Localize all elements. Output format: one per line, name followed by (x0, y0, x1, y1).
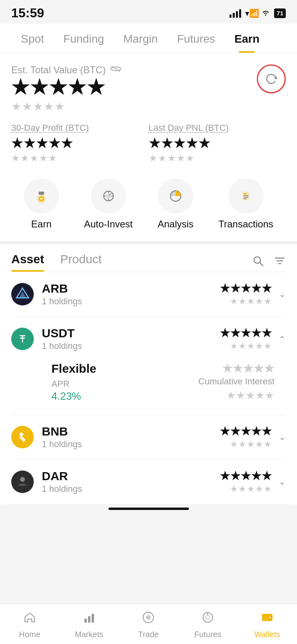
arb-value-secondary: ★★★★★ (220, 296, 272, 307)
tab-earn[interactable]: Earn (225, 24, 269, 53)
svg-point-23 (20, 477, 25, 482)
bnb-value-secondary: ★★★★★ (220, 439, 272, 450)
earn-icon (24, 178, 59, 214)
dar-icon (11, 471, 34, 493)
dar-symbol: DAR (42, 469, 82, 483)
usdt-values: ★★★★★ ★★★★★ (220, 326, 272, 351)
action-transactions[interactable]: Transactions (219, 178, 274, 230)
svg-line-14 (260, 262, 263, 266)
usdt-value-primary: ★★★★★ (220, 326, 272, 340)
flexible-main-value: ★★★★★ (198, 362, 274, 375)
wifi-icon: ▾📶 (245, 8, 270, 18)
nav-home[interactable]: Home (10, 611, 50, 639)
nav-trade-label: Trade (138, 630, 159, 639)
nav-futures-label: Futures (194, 630, 221, 639)
flexible-title: Flexible (51, 362, 96, 376)
profit-30day-secondary: ★★★★★ (11, 153, 149, 164)
asset-left-dar: DAR 1 holdings (11, 469, 82, 494)
est-value-label: Est. Total Value (BTC) (11, 64, 122, 76)
bnb-info: BNB 1 holdings (42, 425, 82, 450)
svg-rect-3 (39, 192, 44, 195)
tab-spot[interactable]: Spot (11, 24, 54, 53)
asset-row-bnb[interactable]: BNB 1 holdings ★★★★★ ★★★★★ ⌄ (11, 415, 286, 460)
profit-section: 30-Day Profit (BTC) ★★★★★ ★★★★★ Last Day… (11, 123, 286, 164)
action-earn[interactable]: Earn (24, 178, 59, 230)
home-bar (109, 508, 189, 510)
arb-icon (11, 283, 34, 305)
transactions-icon (228, 178, 264, 214)
svg-rect-25 (88, 616, 90, 623)
usdt-icon (11, 328, 34, 350)
dar-values: ★★★★★ ★★★★★ (220, 469, 272, 494)
svg-rect-24 (84, 619, 87, 623)
tab-futures[interactable]: Futures (167, 24, 225, 53)
svg-rect-10 (244, 195, 248, 196)
flexible-left: Flexible APR 4.23% (51, 362, 96, 402)
action-earn-label: Earn (31, 219, 52, 230)
action-analysis[interactable]: Analysis (158, 178, 193, 230)
tab-funding[interactable]: Funding (54, 24, 114, 53)
tab-product[interactable]: Product (60, 252, 102, 272)
profit-lastday-secondary: ★★★★★ (149, 153, 286, 164)
asset-tabs-section: Asset Product (0, 244, 297, 272)
asset-right-usdt: ★★★★★ ★★★★★ ⌄ (220, 326, 286, 351)
arb-holdings: 1 holdings (42, 296, 82, 307)
usdt-value-secondary: ★★★★★ (220, 341, 272, 351)
home-icon (23, 611, 37, 627)
hide-value-icon[interactable] (110, 65, 122, 75)
asset-tabs-row: Asset Product (11, 252, 286, 272)
nav-home-label: Home (19, 630, 40, 639)
bnb-icon (11, 426, 34, 448)
cum-interest-value: ★★★★★ (198, 389, 274, 402)
asset-right-arb: ★★★★★ ★★★★★ ⌄ (220, 282, 286, 307)
bottom-nav: Home Markets Trade Futures (0, 604, 297, 644)
asset-row-dar[interactable]: DAR 1 holdings ★★★★★ ★★★★★ ⌄ (11, 460, 286, 504)
est-value-section: Est. Total Value (BTC) ★★★★★ ★★★★★ (11, 64, 122, 113)
markets-icon (82, 611, 96, 627)
refresh-button[interactable] (257, 64, 286, 93)
profit-lastday-primary: ★★★★★ (149, 136, 286, 151)
status-icons: ▾📶 71 (229, 8, 286, 18)
profit-lastday-label: Last Day PNL (BTC) (149, 123, 286, 133)
action-transactions-label: Transactions (219, 219, 274, 230)
tab-margin[interactable]: Margin (114, 24, 168, 53)
usdt-expanded-row: Flexible APR 4.23% ★★★★★ Cumulative Inte… (11, 355, 286, 415)
arb-value-primary: ★★★★★ (220, 282, 272, 295)
action-auto-invest[interactable]: Auto-Invest (84, 178, 133, 230)
apr-value: 4.23% (51, 390, 96, 402)
nav-futures[interactable]: Futures (188, 611, 228, 639)
nav-markets-label: Markets (75, 630, 103, 639)
nav-wallets[interactable]: Wallets (247, 611, 287, 639)
profit-30day-col: 30-Day Profit (BTC) ★★★★★ ★★★★★ (11, 123, 149, 164)
bnb-chevron-icon: ⌄ (279, 432, 286, 442)
asset-right-bnb: ★★★★★ ★★★★★ ⌄ (220, 425, 286, 450)
action-buttons: Earn Auto-Invest (11, 178, 286, 233)
asset-left-bnb: BNB 1 holdings (11, 425, 82, 450)
tab-asset[interactable]: Asset (11, 252, 44, 272)
nav-markets[interactable]: Markets (69, 611, 109, 639)
svg-rect-22 (19, 436, 26, 442)
arb-values: ★★★★★ ★★★★★ (220, 282, 272, 307)
nav-trade[interactable]: Trade (128, 611, 168, 639)
asset-row-usdt[interactable]: USDT 1 holdings ★★★★★ ★★★★★ ⌄ (11, 317, 286, 355)
asset-row-arb[interactable]: ARB 1 holdings ★★★★★ ★★★★★ ⌄ (11, 272, 286, 317)
search-icon[interactable] (252, 255, 264, 270)
filter-icon[interactable] (274, 255, 286, 270)
battery-icon: 71 (274, 8, 286, 18)
top-nav: Spot Funding Margin Futures Earn (0, 24, 297, 53)
bnb-values: ★★★★★ ★★★★★ (220, 425, 272, 450)
arb-info: ARB 1 holdings (42, 282, 82, 307)
dar-holdings: 1 holdings (42, 484, 82, 494)
futures-icon (201, 611, 215, 627)
apr-label: APR (51, 379, 96, 389)
bnb-symbol: BNB (42, 425, 82, 438)
nav-wallets-label: Wallets (254, 630, 281, 639)
dar-value-primary: ★★★★★ (220, 469, 272, 483)
svg-point-28 (146, 615, 151, 620)
asset-left-usdt: USDT 1 holdings (11, 326, 82, 351)
usdt-symbol: USDT (42, 326, 82, 340)
usdt-info: USDT 1 holdings (42, 326, 82, 351)
profit-30day-label: 30-Day Profit (BTC) (11, 123, 149, 133)
flexible-row: Flexible APR 4.23% ★★★★★ Cumulative Inte… (51, 355, 274, 407)
action-auto-invest-label: Auto-Invest (84, 219, 133, 230)
